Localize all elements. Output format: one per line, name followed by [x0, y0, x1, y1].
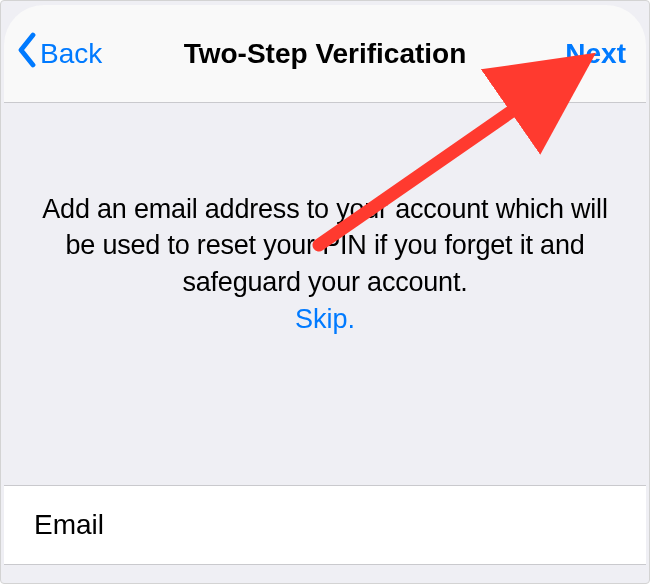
- back-label: Back: [40, 38, 102, 70]
- next-button[interactable]: Next: [565, 38, 626, 70]
- navigation-bar: Back Two-Step Verification Next: [4, 5, 646, 103]
- email-placeholder: Email: [34, 509, 104, 541]
- screen: Back Two-Step Verification Next Add an e…: [4, 5, 646, 583]
- skip-link[interactable]: Skip.: [295, 304, 355, 335]
- description-text: Add an email address to your account whi…: [32, 191, 618, 300]
- email-field[interactable]: Email: [4, 485, 646, 565]
- back-button[interactable]: Back: [16, 32, 102, 75]
- page-title: Two-Step Verification: [184, 38, 467, 70]
- form-section: Email: [4, 485, 646, 583]
- content-area: Add an email address to your account whi…: [4, 103, 646, 335]
- chevron-left-icon: [16, 32, 38, 75]
- spacer: [4, 565, 646, 583]
- screen-frame: Back Two-Step Verification Next Add an e…: [0, 0, 650, 584]
